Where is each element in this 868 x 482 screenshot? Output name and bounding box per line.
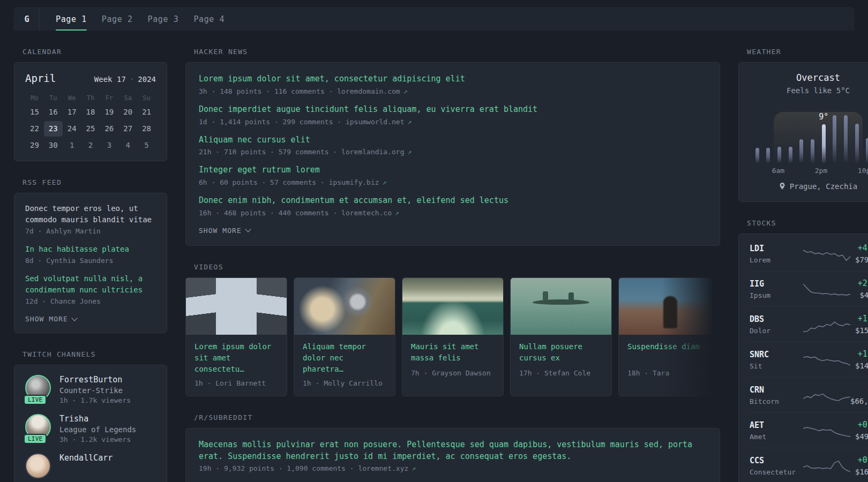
calendar-day[interactable]: 30 xyxy=(44,138,63,153)
rss-item-title[interactable]: In hac habitasse platea xyxy=(25,244,156,255)
calendar-day[interactable]: 29 xyxy=(25,138,44,153)
app-logo[interactable]: G xyxy=(14,8,40,31)
calendar-day[interactable]: 28 xyxy=(137,121,156,137)
hackernews-item-title[interactable]: Integer eget rutrum lorem xyxy=(199,164,707,176)
stock-ticker: IIG xyxy=(750,279,803,289)
hackernews-item-title[interactable]: Aliquam nec cursus elit xyxy=(199,134,707,146)
calendar-day[interactable]: 2 xyxy=(81,138,100,153)
video-card: Nullam posuere cursus ex 17h · Stefan Co… xyxy=(510,277,612,396)
calendar-day[interactable]: 25 xyxy=(81,121,100,137)
video-thumbnail[interactable] xyxy=(294,278,395,335)
subreddit-header: /R/SUBREDDIT xyxy=(194,413,720,421)
external-link-icon: ↗ xyxy=(408,148,412,156)
rss-item-meta: 12d · Chance Jones xyxy=(25,297,156,305)
calendar-week-year: Week 17·2024 xyxy=(94,74,156,84)
video-thumbnail[interactable] xyxy=(619,278,720,335)
stock-row[interactable]: AET Amet +0.92% $499.72 xyxy=(750,412,868,448)
twitch-channel-row[interactable]: KendallCarr xyxy=(25,453,156,479)
stock-row[interactable]: CCS Consectetur +0.51% $165.84 xyxy=(750,448,868,482)
stocks-card: LDI Lorem +4.35% $795.18 IIG Ipsum xyxy=(738,234,868,482)
weather-feels-like: Feels like 5°C xyxy=(749,86,868,95)
video-card: Suspendisse diam 18h · Tara xyxy=(618,277,720,396)
channel-name[interactable]: ForrestBurton xyxy=(59,375,131,385)
stock-ticker: SNRC xyxy=(750,350,803,359)
calendar-day[interactable]: 23 xyxy=(44,121,63,137)
video-thumbnail[interactable] xyxy=(402,278,503,335)
hackernews-item-title[interactable]: Lorem ipsum dolor sit amet, consectetur … xyxy=(199,73,707,85)
hackernews-show-more-button[interactable]: SHOW MORE xyxy=(199,227,250,235)
videos-carousel: Lorem ipsum dolor sit amet consectetu… 1… xyxy=(185,277,720,396)
video-thumbnail[interactable] xyxy=(186,278,287,335)
stock-sparkline xyxy=(803,421,850,440)
hackernews-item: Integer eget rutrum lorem 6h · 60 points… xyxy=(199,164,707,186)
stock-name: Sit xyxy=(750,362,803,370)
hackernews-card: Lorem ipsum dolor sit amet, consectetur … xyxy=(185,62,720,246)
calendar-day-grid: 15 16 17 18 19 20 21 22 xyxy=(25,104,156,153)
video-thumbnail[interactable] xyxy=(511,278,611,335)
stock-row[interactable]: SNRC Sit +1.36% $148.64 xyxy=(750,342,868,377)
stock-sparkline xyxy=(803,245,850,263)
rss-item-title[interactable]: Donec tempor eros leo, ut commodo mauris… xyxy=(25,203,156,225)
rss-item-title[interactable]: Sed volutpat nulla nisl, a condimentum n… xyxy=(25,273,156,296)
page-tab[interactable]: Page 3 xyxy=(140,8,186,31)
calendar-day[interactable]: 22 xyxy=(25,121,44,137)
weekday-label: Th xyxy=(81,92,100,104)
twitch-card: LIVE ForrestBurton Counter-Strike 1h · 1… xyxy=(14,365,167,482)
video-title[interactable]: Suspendisse diam xyxy=(619,335,720,365)
video-title[interactable]: Aliquam tempor dolor nec pharetra… xyxy=(294,335,395,375)
calendar-day[interactable]: 16 xyxy=(44,104,63,120)
calendar-day[interactable]: 27 xyxy=(118,121,137,137)
weather-bars: 9° xyxy=(752,101,868,163)
video-meta: 1h · Lori Barnett xyxy=(186,375,287,396)
page-tab[interactable]: Page 2 xyxy=(94,8,140,31)
weekday-label: Fr xyxy=(100,92,118,104)
weather-time-labels: 6am2pm10pm xyxy=(752,167,868,175)
channel-meta: 1h · 1.7k viewers xyxy=(59,396,131,404)
calendar-day[interactable]: 5 xyxy=(137,138,156,153)
video-title[interactable]: Mauris sit amet massa felis xyxy=(402,335,503,365)
weekday-label: Su xyxy=(137,92,156,104)
calendar-day[interactable]: 3 xyxy=(100,138,118,153)
calendar-day[interactable]: 17 xyxy=(63,104,81,120)
rss-card: Donec tempor eros leo, ut commodo mauris… xyxy=(14,193,167,333)
stock-row[interactable]: IIG Ipsum +2.84% $42.04 xyxy=(750,271,868,306)
stock-row[interactable]: LDI Lorem +4.35% $795.18 xyxy=(750,236,868,271)
stock-row[interactable]: DBS Dolor +1.42% $156.28 xyxy=(750,306,868,342)
hackernews-item-meta: 6h · 60 points · 57 comments · ipsumify.… xyxy=(199,178,707,186)
twitch-channel-row[interactable]: LIVE Trisha League of Legends 3h · 1.2k … xyxy=(25,414,156,443)
calendar-day[interactable]: 15 xyxy=(25,104,44,120)
page-tab[interactable]: Page 1 xyxy=(48,8,94,31)
calendar-day[interactable]: 20 xyxy=(118,104,137,120)
stocks-widget: STOCKS LDI Lorem +4.35% $795.18 xyxy=(738,219,868,482)
calendar-day[interactable]: 1 xyxy=(63,138,81,153)
left-column: CALENDAR April Week 17·2024 Mo Tu We xyxy=(14,31,167,482)
twitch-channel-row[interactable]: LIVE ForrestBurton Counter-Strike 1h · 1… xyxy=(25,375,156,404)
stock-name: Dolor xyxy=(750,327,803,335)
rss-show-more-button[interactable]: SHOW MORE xyxy=(25,315,77,323)
stock-price: $165.84 xyxy=(850,468,868,476)
calendar-day[interactable]: 26 xyxy=(100,121,118,137)
page-tab[interactable]: Page 4 xyxy=(186,8,232,31)
video-title[interactable]: Nullam posuere cursus ex xyxy=(511,335,611,365)
channel-name[interactable]: Trisha xyxy=(59,414,136,424)
video-meta: 17h · Stefan Cole xyxy=(511,365,611,386)
calendar-day[interactable]: 18 xyxy=(81,104,100,120)
subreddit-post-title[interactable]: Maecenas mollis pulvinar erat non posuer… xyxy=(199,439,707,463)
hackernews-widget: HACKER NEWS Lorem ipsum dolor sit amet, … xyxy=(185,48,720,246)
channel-name[interactable]: KendallCarr xyxy=(59,453,113,463)
calendar-widget: CALENDAR April Week 17·2024 Mo Tu We xyxy=(14,48,167,161)
current-temp-label: 9° xyxy=(819,112,828,122)
hackernews-item-title[interactable]: Donec imperdiet augue tincidunt felis al… xyxy=(199,104,707,116)
calendar-day[interactable]: 19 xyxy=(100,104,118,120)
twitch-widget: TWITCH CHANNELS LIVE ForrestBurton Count… xyxy=(14,350,167,482)
live-badge: LIVE xyxy=(24,395,47,405)
calendar-day[interactable]: 24 xyxy=(63,121,81,137)
hackernews-item-title[interactable]: Donec enim nibh, condimentum et accumsan… xyxy=(199,195,707,207)
video-title[interactable]: Lorem ipsum dolor sit amet consectetu… xyxy=(186,335,287,375)
channel-game: League of Legends xyxy=(59,425,136,434)
stock-change: +0.92% xyxy=(850,420,868,430)
calendar-day[interactable]: 4 xyxy=(118,138,137,153)
stock-row[interactable]: CRN Bitcorn -1.00% $66,171.48 xyxy=(750,377,868,412)
calendar-day[interactable]: 21 xyxy=(137,104,156,120)
external-link-icon: ↗ xyxy=(408,118,412,126)
